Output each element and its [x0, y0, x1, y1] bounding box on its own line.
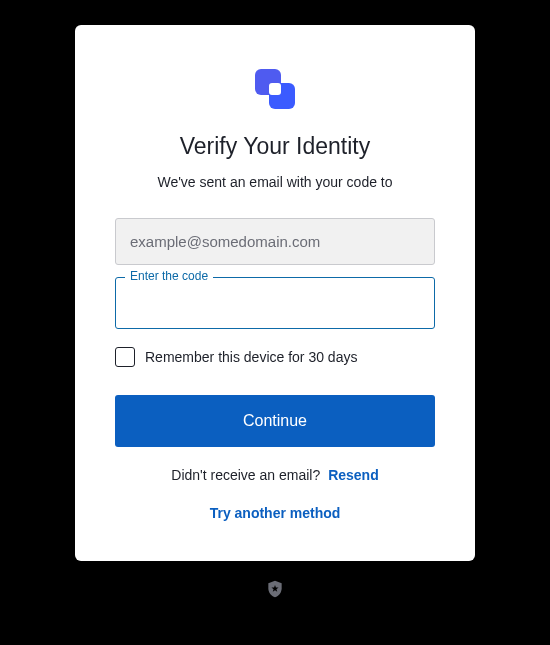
verify-identity-card: Verify Your Identity We've sent an email… — [75, 25, 475, 561]
try-another-method-link[interactable]: Try another method — [115, 505, 435, 521]
continue-button[interactable]: Continue — [115, 395, 435, 447]
resend-row: Didn't receive an email? Resend — [115, 467, 435, 483]
remember-device-checkbox[interactable] — [115, 347, 135, 367]
shield-star-icon — [265, 579, 285, 599]
code-field-wrap: Enter the code — [115, 277, 435, 329]
logo — [115, 69, 435, 109]
resend-link[interactable]: Resend — [328, 467, 379, 483]
remember-device-label: Remember this device for 30 days — [145, 349, 357, 365]
brand-logo-icon — [251, 69, 299, 109]
remember-device-row: Remember this device for 30 days — [115, 347, 435, 367]
resend-prompt: Didn't receive an email? — [171, 467, 320, 483]
svg-rect-2 — [269, 83, 281, 95]
page-title: Verify Your Identity — [115, 133, 435, 160]
subtitle-text: We've sent an email with your code to — [115, 174, 435, 190]
email-display: example@somedomain.com — [115, 218, 435, 265]
footer-badge — [265, 579, 285, 603]
code-input[interactable] — [115, 277, 435, 329]
code-input-label: Enter the code — [125, 269, 213, 283]
